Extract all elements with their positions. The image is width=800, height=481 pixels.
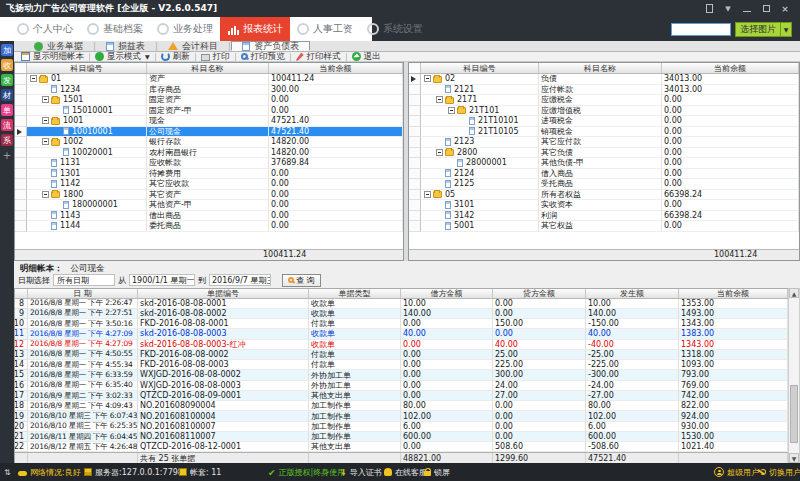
account-row[interactable]: 2171应缴税金0.00 (409, 95, 799, 106)
account-row[interactable]: 3142利润66398.24 (409, 211, 799, 222)
account-row[interactable]: 1501固定资产0.00 (15, 95, 403, 106)
account-row[interactable]: 1143借出商品0.00 (15, 211, 403, 222)
nav-item-个人中心[interactable]: 个人中心 (10, 17, 80, 41)
account-row[interactable]: 5001其它权益0.00 (409, 221, 799, 232)
ledger-row[interactable]: 162016/8/8 星期一 下午 6:35:40WXJGD-2016-08-0… (15, 381, 788, 391)
status-超级用户[interactable]: 超级用户 (714, 463, 759, 481)
date-mode-select[interactable]: 所有日期 (53, 274, 115, 286)
toolbar-button-刷新[interactable]: 刷新 (157, 51, 194, 63)
ledger-row[interactable]: 142016/8/8 星期一 下午 4:55:34FKD-2016-08-08-… (15, 360, 788, 370)
status-切换用户[interactable]: 切换用户 (756, 463, 800, 481)
account-row[interactable]: 28000001其他负债-甲0.00 (409, 158, 799, 169)
ledger-row[interactable]: 182016/8/9 星期二 下午 4:09:43NO.201608090004… (15, 401, 788, 411)
ledger-row[interactable]: 172016/8/9 星期二 下午 3:02:33QTZCD-2016-08-0… (15, 391, 788, 401)
account-row[interactable]: 2125受托商品0.00 (409, 179, 799, 190)
minimize-icon[interactable] (742, 4, 752, 13)
expander-icon[interactable] (424, 191, 431, 198)
account-row[interactable]: 1131应收帐款37689.84 (15, 158, 403, 169)
account-row[interactable]: 02负债34013.00 (409, 74, 799, 85)
ledger-row[interactable]: 112016/8/8 星期一 下午 4:27:09skd-2016-08-08-… (15, 329, 788, 339)
ledger-row[interactable]: 192016/8/10 星期三 下午 6:07:43NO.20160810000… (15, 411, 788, 421)
ledger-row[interactable]: 152016/8/8 星期一 下午 6:33:59WXJGD-2016-08-0… (15, 370, 788, 380)
date-from-input[interactable]: 1900/1/1 星期一 (129, 274, 195, 286)
expander-icon[interactable] (436, 96, 443, 103)
expander-icon[interactable] (42, 138, 49, 145)
account-row[interactable]: 15010001固定资产-甲0.00 (15, 106, 403, 117)
nav-item-业务处理[interactable]: 业务处理 (150, 17, 220, 41)
side-button-流[interactable]: 流 (1, 119, 13, 131)
account-row[interactable]: 1002银行存款14820.00 (15, 137, 403, 148)
account-row[interactable]: 2124借入商品0.00 (409, 169, 799, 180)
account-row[interactable]: 1001现金47521.40 (15, 116, 403, 127)
scroll-up-icon[interactable]: ▲ (789, 288, 799, 298)
nav-item-报表统计[interactable]: 报表统计 (220, 17, 290, 41)
account-row[interactable]: 2800其它负债0.00 (409, 148, 799, 159)
expander-icon[interactable] (30, 75, 37, 82)
scroll-thumb[interactable] (790, 385, 798, 443)
expander-icon[interactable] (436, 149, 443, 156)
chevron-down-icon[interactable]: ▼ (723, 4, 733, 13)
status-服务器:127.0.0.1:7798[interactable]: 服务器:127.0.0.1:7798 (84, 463, 183, 481)
side-button-单[interactable]: 单 (1, 104, 13, 116)
side-button-发[interactable]: 发 (1, 74, 13, 86)
tab-业务单据[interactable]: 业务单据 (24, 41, 93, 51)
status-网络情况:良好[interactable]: 网络情况:良好 (18, 463, 81, 481)
expander-icon[interactable] (424, 75, 431, 82)
account-row[interactable]: 180000001其他资产-甲0.00 (15, 200, 403, 211)
account-row[interactable]: 2121应付帐款34013.00 (409, 85, 799, 96)
side-button-材[interactable]: 材 (1, 89, 13, 101)
account-row[interactable]: 2123其它应付款0.00 (409, 137, 799, 148)
tab-资产负债表[interactable]: 资产负债表 (231, 41, 310, 51)
toolbar-button-退出[interactable]: 退出 (348, 51, 385, 63)
detail-scrollbar[interactable]: ▲ ▼ (788, 288, 800, 463)
ledger-row[interactable]: 222016/8/12 星期五 下午 4:26:48QTZCD-2016-08-… (15, 442, 788, 452)
status-导入证书[interactable]: ↓导入证书 (340, 463, 382, 481)
nav-item-基础档案[interactable]: 基础档案 (80, 17, 150, 41)
account-row[interactable]: 05所有者权益66398.24 (409, 190, 799, 201)
date-to-input[interactable]: 2016/9/7 星期三 (209, 274, 271, 286)
account-row[interactable]: 21T101应缴增值税0.00 (409, 106, 799, 117)
status-在线客服[interactable]: 在线客服 (384, 463, 427, 481)
account-row[interactable]: 01资产100411.24 (15, 74, 403, 85)
account-row[interactable]: 21T10101进项税金0.00 (409, 116, 799, 127)
tab-会计科目[interactable]: 会计科目 (158, 41, 228, 51)
account-row[interactable]: 10020001农村南昌银行14820.00 (15, 148, 403, 159)
restore-icon[interactable] (761, 4, 771, 13)
expander-icon[interactable] (42, 117, 49, 124)
toolbar-button-显示模式[interactable]: 显示模式▼ (91, 51, 154, 63)
select-image-dropdown[interactable]: ▼ (781, 22, 792, 37)
account-row[interactable]: 10010001公司现金47521.40 (15, 127, 403, 138)
toolbar-button-显示明细帐本[interactable]: 显示明细帐本 (17, 51, 88, 63)
ledger-row[interactable]: 122016/8/8 星期一 下午 4:27:09skd-2016-08-08-… (15, 340, 788, 350)
toolbar-button-打印预览[interactable]: 打印预览 (237, 51, 289, 63)
account-row[interactable]: 3101实收资本0.00 (409, 200, 799, 211)
account-row[interactable]: 1301待摊费用0.00 (15, 169, 403, 180)
image-search-input[interactable] (671, 23, 731, 36)
ledger-row[interactable]: 102016/8/8 星期一 下午 3:50:16FKD-2016-08-08-… (15, 319, 788, 329)
side-button-+[interactable]: + (1, 149, 13, 161)
account-row[interactable]: 21T10105销项税金0.00 (409, 127, 799, 138)
select-image-button[interactable]: 选择图片 (735, 22, 781, 37)
account-row[interactable]: 1234库存商品300.00 (15, 85, 403, 96)
toolbar-button-打印样式[interactable]: 打印样式 (292, 51, 345, 63)
expander-icon[interactable] (42, 96, 49, 103)
account-row[interactable]: 1142其它应收款0.00 (15, 179, 403, 190)
query-button[interactable]: 查 询 (282, 274, 321, 287)
scroll-down-icon[interactable]: ▼ (789, 453, 799, 463)
account-row[interactable]: 1144委托商品0.00 (15, 221, 403, 232)
ledger-row[interactable]: 202016/8/10 星期三 下午 6:25:35NO.20160810000… (15, 422, 788, 432)
ledger-row[interactable]: 212016/8/11 星期四 下午 6:04:45NO.20160811000… (15, 432, 788, 442)
status-锁屏[interactable]: 锁屏 (424, 463, 450, 481)
side-button-系[interactable]: 系 (1, 134, 13, 146)
status-帐套: 11[interactable]: 帐套: 11 (179, 463, 221, 481)
status-正版授权|终身使用[interactable]: ✔正版授权|终身使用 (268, 463, 345, 481)
ledger-row[interactable]: 92016/8/8 星期一 下午 2:27:51skd-2016-08-08-0… (15, 309, 788, 319)
toolbar-button-打印[interactable]: 打印 (197, 51, 234, 63)
account-row[interactable]: 1800其它资产0.00 (15, 190, 403, 201)
close-icon[interactable]: × (780, 4, 790, 13)
nav-item-人事工资[interactable]: 人事工资 (290, 17, 360, 41)
expander-icon[interactable] (448, 107, 455, 114)
ledger-row[interactable]: 82016/8/8 星期一 下午 2:26:47skd-2016-08-08-0… (15, 299, 788, 309)
ledger-row[interactable]: 132016/8/8 星期一 下午 4:50:55FKD-2016-08-08-… (15, 350, 788, 360)
tab-损益表[interactable]: 损益表 (96, 41, 155, 51)
